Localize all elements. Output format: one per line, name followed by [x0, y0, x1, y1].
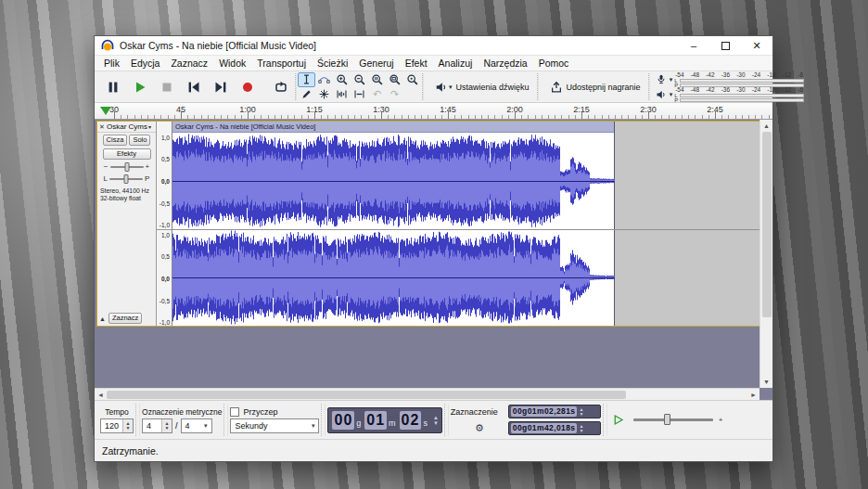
spinner-arrows-icon[interactable]: ▲▼: [433, 415, 439, 426]
effects-button[interactable]: Efekty: [103, 148, 151, 160]
track-menu-caret-icon[interactable]: ▾: [148, 123, 151, 130]
menu-item[interactable]: Pomoc: [533, 58, 575, 69]
silence-audio-button[interactable]: [351, 87, 368, 102]
multi-tool-button[interactable]: [315, 87, 333, 102]
menu-item[interactable]: Generuj: [353, 58, 399, 69]
meter-scale: -54-48-42-36-30-24-18-12-6: [674, 87, 804, 93]
spinner-arrows-icon[interactable]: ▲▼: [579, 424, 583, 433]
fit-project-button[interactable]: [386, 72, 403, 87]
fit-selection-button[interactable]: [368, 72, 386, 87]
zoom-in-button[interactable]: [333, 72, 351, 87]
play-button[interactable]: [126, 73, 153, 100]
menu-item[interactable]: Edycja: [125, 58, 166, 69]
menu-item[interactable]: Efekt: [400, 58, 433, 69]
scroll-down-arrow[interactable]: ▼: [763, 376, 770, 388]
minimize-button[interactable]: –: [678, 36, 709, 55]
stop-button[interactable]: [153, 73, 180, 100]
position-minutes[interactable]: 01: [364, 411, 387, 430]
timeline-ruler[interactable]: 30451:001:151:301:452:002:152:302:45: [95, 103, 772, 120]
spinner-arrows-icon[interactable]: ▲▼: [122, 419, 133, 432]
pan-slider-thumb[interactable]: [124, 174, 129, 184]
toolbar-separator: [603, 404, 607, 436]
selection-start-field[interactable]: 00g01m02,281s ▲▼: [508, 405, 601, 418]
select-track-button[interactable]: Zaznacz: [108, 313, 142, 324]
tempo-group: Tempo 120 ▲▼: [100, 401, 134, 439]
vertical-scrollbar[interactable]: ▲ ▼: [760, 120, 772, 388]
track-name[interactable]: Oskar Cyms: [107, 122, 147, 131]
play-speed-slider[interactable]: [633, 418, 713, 421]
horizontal-scroll-thumb[interactable]: [107, 391, 626, 399]
time-format-dropdown[interactable]: Sekundy ▾: [230, 418, 319, 433]
play-at-speed-button[interactable]: [609, 413, 628, 428]
menu-item[interactable]: Ścieżki: [312, 58, 353, 69]
tempo-value[interactable]: 120: [101, 419, 122, 432]
position-hours[interactable]: 00: [332, 411, 354, 430]
track-waveform-area[interactable]: Oskar Cyms - Na niebie [Official Music V…: [172, 122, 760, 326]
mute-button[interactable]: Cisza: [103, 135, 128, 146]
horizontal-scrollbar[interactable]: ◄ ►: [95, 388, 760, 400]
pause-button[interactable]: [99, 73, 126, 100]
play-speed-slider-thumb[interactable]: [664, 414, 670, 425]
clip-title-bar[interactable]: Oskar Cyms - Na niebie [Official Music V…: [172, 122, 614, 133]
title-bar[interactable]: Oskar Cyms - Na niebie [Official Music V…: [95, 36, 772, 56]
redo-button[interactable]: ↷: [386, 87, 403, 102]
menu-item[interactable]: Transportuj: [251, 58, 312, 69]
chevron-down-icon: ▾: [204, 422, 208, 430]
record-button[interactable]: [234, 73, 261, 100]
zoom-out-button[interactable]: [351, 72, 368, 87]
menu-item[interactable]: Narzędzia: [478, 58, 532, 69]
vertical-scale-right-channel: 1,0 0,5 0,0 -0,5 -1,0: [157, 229, 172, 325]
menu-item[interactable]: Analizuj: [433, 58, 479, 69]
menu-item[interactable]: Plik: [98, 58, 125, 69]
snap-label: Przyczep: [243, 407, 277, 417]
audio-track[interactable]: ✕ Oskar Cyms ▾ Cisza Solo Efekty − +: [96, 121, 760, 327]
gain-slider-thumb[interactable]: [124, 162, 129, 172]
vertical-scroll-thumb[interactable]: [762, 132, 772, 317]
vertical-scale[interactable]: 1,0 0,5 0,0 -0,5 -1,0 1,0 0,5 0,0 -0,5 -…: [157, 122, 172, 326]
selection-end-field[interactable]: 00g01m42,018s ▲▼: [508, 421, 601, 435]
gain-min-label: −: [104, 163, 108, 171]
maximize-button[interactable]: [709, 36, 741, 55]
scroll-right-arrow[interactable]: ►: [747, 392, 760, 398]
audio-setup-button[interactable]: ▾ Ustawienia dźwięku: [428, 73, 536, 101]
share-audio-button[interactable]: Udostępnij nagranie: [543, 73, 647, 101]
track-close-button[interactable]: ✕: [97, 123, 107, 131]
menu-item[interactable]: Widok: [213, 58, 251, 69]
loop-button[interactable]: [267, 73, 294, 100]
trim-audio-button[interactable]: [333, 87, 351, 102]
vertical-scale-left-channel: 1,0 0,5 0,0 -0,5 -1,0: [157, 133, 172, 229]
close-button[interactable]: ✕: [741, 36, 772, 55]
playhead-pin-icon[interactable]: [100, 107, 111, 115]
tempo-spinner[interactable]: 120 ▲▼: [100, 418, 134, 433]
envelope-tool-button[interactable]: [315, 72, 333, 87]
track-control-panel: ✕ Oskar Cyms ▾ Cisza Solo Efekty − +: [97, 122, 157, 326]
pan-slider[interactable]: L P: [97, 174, 156, 184]
scroll-left-arrow[interactable]: ◄: [95, 392, 107, 398]
gain-slider[interactable]: − +: [97, 162, 156, 172]
scroll-up-arrow[interactable]: ▲: [763, 120, 770, 132]
playback-meter[interactable]: ▾ -54-48-42-36-30-24-18-12-6 L P: [655, 87, 805, 102]
position-seconds[interactable]: 02: [400, 411, 422, 430]
undo-button[interactable]: ↶: [368, 87, 386, 102]
solo-button[interactable]: Solo: [129, 135, 150, 146]
skip-to-end-button[interactable]: [207, 73, 234, 100]
skip-to-start-button[interactable]: [180, 73, 207, 100]
time-signature-upper-spinner[interactable]: 4 ▲▼: [142, 418, 172, 433]
selection-options-gear-icon[interactable]: ⚙: [451, 422, 508, 434]
menu-item[interactable]: Zaznacz: [165, 58, 213, 69]
snap-checkbox[interactable]: [230, 407, 239, 417]
time-signature-lower-dropdown[interactable]: 4 ▾: [181, 418, 212, 433]
meter-scale-number: -12: [783, 87, 791, 93]
spinner-arrows-icon[interactable]: ▲▼: [161, 419, 172, 432]
audio-position-display[interactable]: 00 g 01 m 02 s ▲▼: [327, 407, 441, 433]
zoom-toggle-button[interactable]: [403, 72, 421, 87]
collapse-track-button[interactable]: ▲: [99, 315, 106, 322]
draw-tool-button[interactable]: [298, 87, 315, 102]
audio-clip[interactable]: Oskar Cyms - Na niebie [Official Music V…: [172, 122, 615, 326]
recording-meter[interactable]: ▾ -54-48-42-36-30-24-18-12-6 L P: [655, 72, 805, 87]
spinner-arrows-icon[interactable]: ▲▼: [579, 407, 583, 417]
track-area[interactable]: ✕ Oskar Cyms ▾ Cisza Solo Efekty − +: [95, 120, 772, 400]
window-title: Oskar Cyms - Na niebie [Official Music V…: [120, 40, 316, 51]
upload-icon: [550, 81, 563, 94]
selection-tool-button[interactable]: [298, 72, 315, 87]
